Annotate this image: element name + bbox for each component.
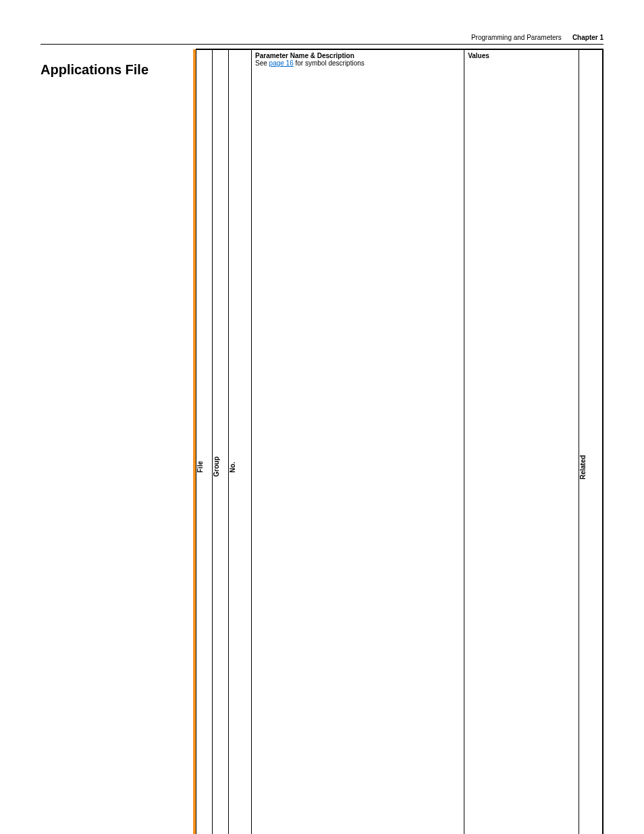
section-title: Applications File <box>41 62 196 78</box>
page16-link[interactable]: page 16 <box>269 59 294 67</box>
param-sub-post: for symbol descriptions <box>294 59 365 67</box>
parameters-table: File Group No. Parameter Name & Descript… <box>196 49 603 834</box>
header-chapter: Chapter 1 <box>572 34 603 41</box>
param-sub-pre: See <box>255 59 269 67</box>
header-section: Programming and Parameters <box>471 34 562 41</box>
col-group: Group <box>213 50 220 834</box>
col-file: File <box>196 50 204 834</box>
col-no: No. <box>229 50 236 834</box>
col-related: Related <box>579 50 587 834</box>
col-param: Parameter Name & Description <box>255 52 460 59</box>
col-values: Values <box>464 50 579 835</box>
orange-stripe <box>193 49 196 834</box>
